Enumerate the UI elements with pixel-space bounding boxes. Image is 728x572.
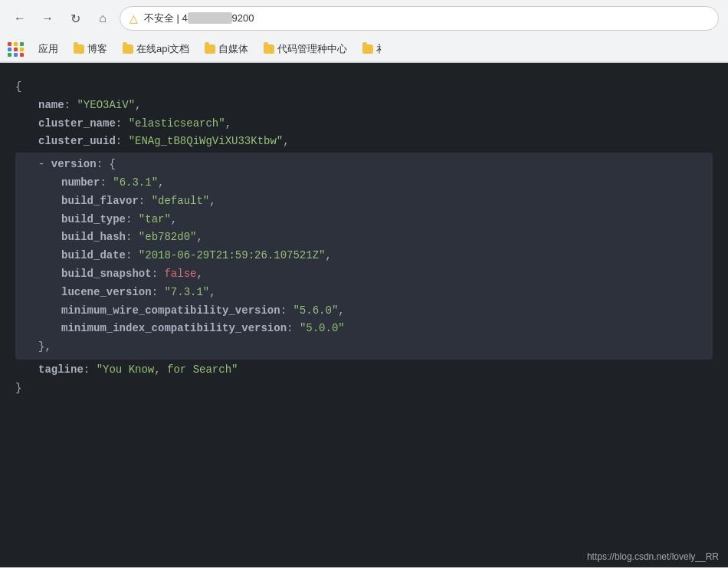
min-index-line: minimum_index_compatibility_version: "5.… xyxy=(15,320,713,338)
cluster-uuid-value: "ENAg_tB8QiWgViXU33Ktbw" xyxy=(129,135,284,147)
bookmark-more-label: 礻 xyxy=(376,42,386,56)
bookmark-folder-icon xyxy=(74,44,84,54)
name-value: "YEO3AiV" xyxy=(77,99,135,111)
build-hash-value: "eb782d0" xyxy=(139,231,197,243)
build-snapshot-value: false xyxy=(164,268,196,280)
number-key: number xyxy=(61,176,100,189)
forward-button[interactable]: → xyxy=(37,8,58,29)
build-type-key: build_type xyxy=(61,213,126,225)
home-button[interactable]: ⌂ xyxy=(92,8,113,29)
bookmark-apps[interactable]: 应用 xyxy=(32,40,64,58)
build-snapshot-line: build_snapshot: false, xyxy=(15,265,713,284)
build-flavor-key: build_flavor xyxy=(61,195,139,207)
bookmark-code-mgmt[interactable]: 代码管理种中心 xyxy=(257,40,353,58)
nav-bar: ← → ↻ ⌂ △ 不安全 | 4 9200 xyxy=(0,0,728,37)
cluster-uuid-line: cluster_uuid: "ENAg_tB8QiWgViXU33Ktbw", xyxy=(15,133,713,151)
bookmark-blog-label: 博客 xyxy=(87,42,107,56)
address-bar[interactable]: △ 不安全 | 4 9200 xyxy=(120,6,719,31)
lucene-version-key: lucene_version xyxy=(61,286,152,298)
bookmark-api-docs[interactable]: 在线api文档 xyxy=(116,40,195,58)
number-value: "6.3.1" xyxy=(113,176,158,189)
bookmark-folder-icon xyxy=(205,44,215,54)
bookmark-code-mgmt-label: 代码管理种中心 xyxy=(277,42,347,56)
version-header-line: - version: { xyxy=(15,156,713,174)
bookmark-folder-icon xyxy=(362,44,373,54)
min-index-value: "5.0.0" xyxy=(300,322,345,334)
json-content-area: { name: "YEO3AiV", cluster_name: "elasti… xyxy=(0,63,728,567)
open-brace: { xyxy=(15,78,713,97)
cluster-uuid-key: cluster_uuid xyxy=(38,135,116,147)
bookmark-blog[interactable]: 博客 xyxy=(67,40,113,58)
bookmarks-bar: 应用 博客 在线api文档 自媒体 代码管理种中心 礻 xyxy=(0,37,728,62)
tagline-key: tagline xyxy=(38,363,84,376)
min-wire-key: minimum_wire_compatibility_version xyxy=(61,304,280,317)
build-date-line: build_date: "2018-06-29T21:59:26.107521Z… xyxy=(15,247,713,265)
apps-grid-icon[interactable] xyxy=(8,42,25,57)
version-close-line: }, xyxy=(15,338,713,357)
url-redacted xyxy=(188,12,232,24)
build-date-key: build_date xyxy=(61,249,126,261)
bookmark-more[interactable]: 礻 xyxy=(356,40,392,58)
build-flavor-value: "default" xyxy=(152,195,210,207)
bookmark-folder-icon xyxy=(264,44,274,54)
name-key: name xyxy=(38,99,64,111)
bookmark-api-docs-label: 在线api文档 xyxy=(136,42,189,56)
collapse-minus: - xyxy=(38,158,51,170)
min-wire-value: "5.6.0" xyxy=(293,304,338,317)
cluster-name-value: "elasticsearch" xyxy=(129,117,225,130)
build-date-value: "2018-06-29T21:59:26.107521Z" xyxy=(139,249,326,261)
bookmark-media[interactable]: 自媒体 xyxy=(198,40,254,58)
cluster-name-key: cluster_name xyxy=(38,117,116,130)
reload-button[interactable]: ↻ xyxy=(64,8,86,29)
min-index-key: minimum_index_compatibility_version xyxy=(61,322,287,334)
lucene-version-value: "7.3.1" xyxy=(164,286,209,298)
url-text: 不安全 | 4 9200 xyxy=(144,12,254,25)
cluster-name-line: cluster_name: "elasticsearch", xyxy=(15,115,713,133)
build-type-value: "tar" xyxy=(139,213,171,225)
status-url: https://blog.csdn.net/lovely__RR xyxy=(587,551,719,562)
close-brace: } xyxy=(15,380,713,398)
status-bar: https://blog.csdn.net/lovely__RR xyxy=(587,549,719,564)
build-hash-line: build_hash: "eb782d0", xyxy=(15,228,713,247)
url-prefix: 不安全 | 4 xyxy=(144,12,188,24)
name-line: name: "YEO3AiV", xyxy=(15,97,713,115)
back-button[interactable]: ← xyxy=(9,8,31,29)
number-line: number: "6.3.1", xyxy=(15,174,713,192)
security-warning-icon: △ xyxy=(130,12,138,25)
build-type-line: build_type: "tar", xyxy=(15,211,713,229)
browser-chrome: ← → ↻ ⌂ △ 不安全 | 4 9200 应用 博客 在线api文档 xyxy=(0,0,728,63)
version-block: - version: { number: "6.3.1", build_flav… xyxy=(15,153,713,360)
lucene-version-line: lucene_version: "7.3.1", xyxy=(15,284,713,302)
build-hash-key: build_hash xyxy=(61,231,126,243)
tagline-value: "You Know, for Search" xyxy=(97,363,238,376)
tagline-line: tagline: "You Know, for Search" xyxy=(15,361,713,380)
version-key: version xyxy=(51,158,97,170)
build-snapshot-key: build_snapshot xyxy=(61,268,152,280)
bookmark-media-label: 自媒体 xyxy=(218,42,248,56)
build-flavor-line: build_flavor: "default", xyxy=(15,192,713,211)
bookmark-apps-label: 应用 xyxy=(38,42,58,56)
min-wire-line: minimum_wire_compatibility_version: "5.6… xyxy=(15,302,713,321)
url-suffix: 9200 xyxy=(232,12,254,24)
bookmark-folder-icon xyxy=(123,44,133,54)
